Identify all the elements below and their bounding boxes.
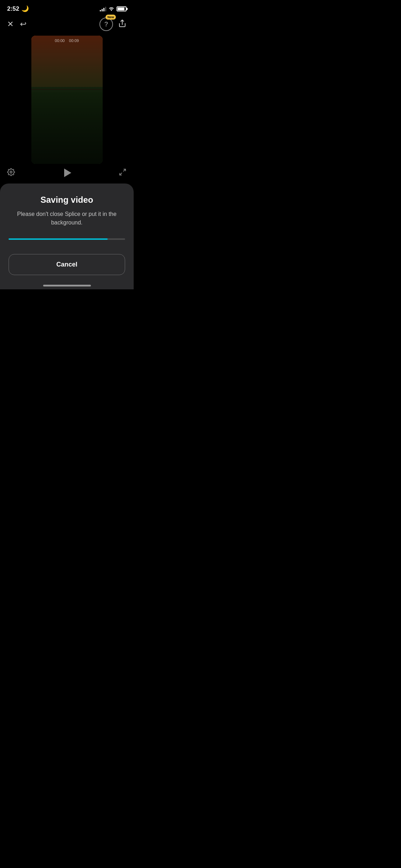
battery-icon — [117, 6, 127, 11]
video-preview: 00:00 00:09 — [0, 34, 134, 166]
battery-fill — [118, 7, 124, 10]
close-icon: ✕ — [7, 20, 14, 29]
signal-bar-1 — [100, 10, 101, 11]
status-bar: 2:52 🌙 — [0, 0, 134, 15]
timecode-end: 00:09 — [69, 38, 79, 43]
fullscreen-button[interactable] — [119, 168, 127, 178]
new-badge: New — [106, 15, 116, 20]
toolbar-right: ? New — [99, 17, 127, 31]
saving-modal: Saving video Please don't close Splice o… — [0, 184, 134, 289]
toolbar-left: ✕ ↩ — [7, 20, 26, 29]
video-overlay — [31, 36, 103, 164]
svg-line-2 — [123, 169, 125, 171]
fullscreen-icon — [119, 168, 127, 176]
settings-button[interactable] — [7, 168, 15, 178]
play-button[interactable] — [60, 166, 74, 180]
moon-icon: 🌙 — [21, 5, 29, 12]
help-button[interactable]: ? New — [99, 17, 113, 31]
undo-button[interactable]: ↩ — [20, 20, 26, 29]
play-triangle-icon — [64, 169, 71, 177]
svg-line-3 — [120, 172, 122, 175]
home-indicator — [43, 285, 91, 286]
signal-bar-3 — [103, 8, 104, 11]
cancel-button[interactable]: Cancel — [9, 254, 125, 275]
signal-bar-2 — [102, 9, 103, 11]
saving-subtitle: Please don't close Splice or put it in t… — [9, 210, 125, 227]
status-time: 2:52 🌙 — [7, 5, 29, 12]
video-timecode: 00:00 00:09 — [55, 38, 79, 43]
status-right — [100, 6, 127, 11]
signal-bars — [100, 6, 106, 11]
signal-bar-4 — [105, 7, 106, 11]
close-button[interactable]: ✕ — [7, 20, 14, 29]
svg-point-1 — [10, 171, 12, 173]
gear-icon — [7, 168, 15, 176]
undo-icon: ↩ — [20, 20, 26, 29]
video-frame: 00:00 00:09 — [31, 36, 103, 164]
top-toolbar: ✕ ↩ ? New — [0, 15, 134, 34]
playback-controls — [0, 166, 134, 180]
share-icon — [118, 19, 127, 28]
progress-container — [9, 238, 125, 240]
question-mark-icon: ? — [104, 21, 108, 28]
wifi-icon — [108, 6, 114, 11]
share-button[interactable] — [118, 19, 127, 30]
progress-bar — [9, 238, 108, 240]
saving-title: Saving video — [40, 195, 93, 205]
time-display: 2:52 — [7, 5, 19, 12]
timecode-start: 00:00 — [55, 38, 65, 43]
